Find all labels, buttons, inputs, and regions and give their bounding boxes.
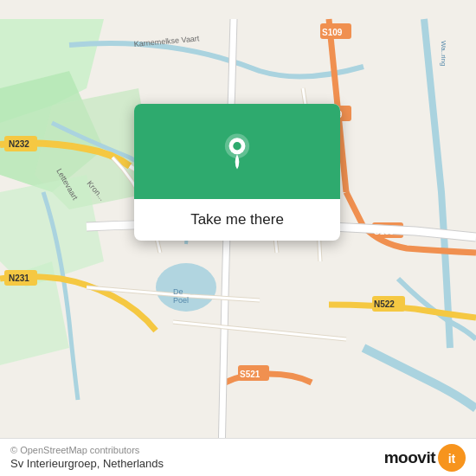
moovit-wordmark: moovit [384, 448, 435, 467]
svg-text:N522: N522 [374, 299, 395, 309]
svg-text:S109: S109 [374, 227, 395, 236]
popup-green-area [134, 104, 340, 199]
moovit-logo: moovit it [384, 444, 466, 472]
svg-text:S109: S109 [322, 28, 343, 37]
svg-text:Poel: Poel [173, 296, 189, 305]
location-pin-icon [218, 132, 256, 170]
svg-text:Wa..ring: Wa..ring [440, 41, 447, 67]
svg-text:N232: N232 [9, 139, 29, 149]
svg-text:De: De [173, 287, 183, 296]
svg-text:S521: S521 [240, 370, 261, 379]
attribution-text: © OpenStreetMap contributors [10, 445, 164, 455]
svg-text:N231: N231 [9, 273, 29, 283]
moovit-icon: it [438, 444, 466, 472]
map-container: N232 N231 S109 S109 S109 N522 S521 Karne… [0, 0, 476, 476]
location-name: Sv Interieurgroep, Netherlands [10, 457, 164, 470]
bottom-bar: © OpenStreetMap contributors Sv Interieu… [0, 438, 476, 476]
svg-text:it: it [448, 452, 456, 466]
popup-label: Take me there [134, 199, 340, 241]
popup-card[interactable]: Take me there [134, 104, 340, 241]
svg-point-30 [233, 142, 241, 150]
